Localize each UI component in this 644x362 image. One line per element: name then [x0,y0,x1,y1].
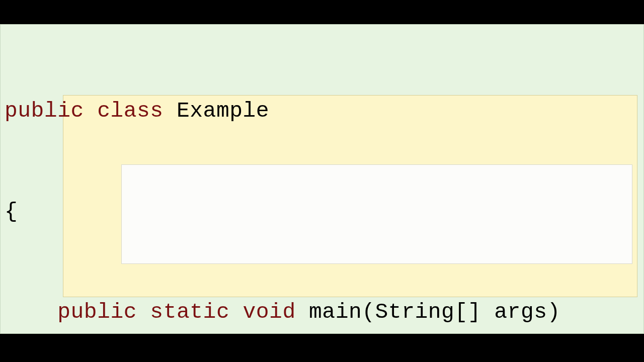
method-signature: main(String[] args) [309,300,560,324]
code-line-1: public class Example [5,95,640,128]
keyword-class: class [97,99,164,123]
brace-open: { [5,199,18,224]
class-name: Example [177,99,269,123]
code-line-3: public static void main(String[] args) [5,296,640,329]
indent [5,300,57,324]
keyword-void: void [243,300,296,324]
code-block: public class Example { public static voi… [5,28,640,362]
keyword-static: static [150,300,229,324]
code-editor-frame: public class Example { public static voi… [0,24,644,334]
keyword-public: public [5,99,84,123]
code-line-2: { [5,195,640,229]
keyword-public: public [57,300,137,324]
